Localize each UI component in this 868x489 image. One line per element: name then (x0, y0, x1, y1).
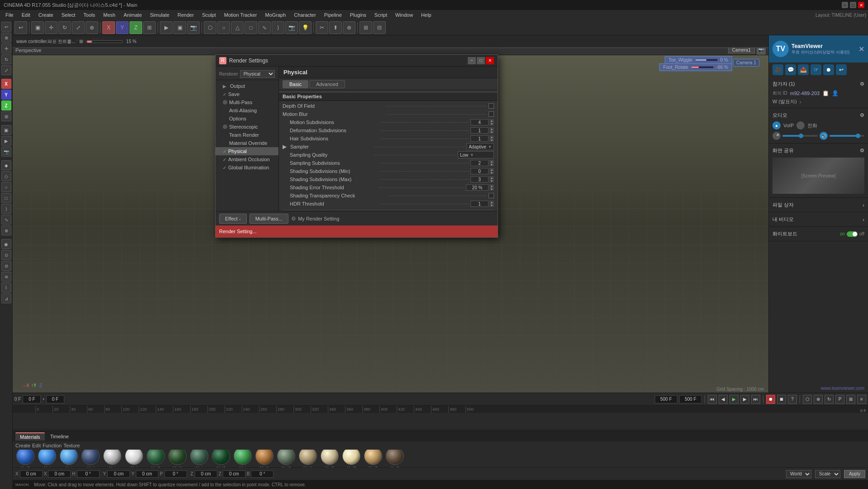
tool-undo[interactable]: ↩ (1, 22, 11, 32)
nav-physical[interactable]: ✓ Physical (216, 147, 278, 155)
dof-checkbox[interactable] (489, 103, 494, 109)
mat-item-13[interactable]: Mat4 (299, 450, 317, 467)
ms-number[interactable]: 4 (470, 119, 489, 125)
maximize-button[interactable]: □ (850, 2, 856, 8)
pb-start[interactable]: ⏮ (708, 395, 717, 404)
tv-audio-settings[interactable]: ⚙ (860, 112, 864, 118)
pb-grid[interactable]: ⊞ (846, 395, 855, 404)
tb-group[interactable]: ⊞ (360, 21, 372, 34)
coord-x-val[interactable]: 0 cm (20, 470, 43, 478)
tool-obj4[interactable]: □ (1, 193, 11, 203)
mat-item-9[interactable]: Mat3 (212, 450, 230, 467)
tool-scale[interactable]: ⤢ (1, 65, 11, 75)
mat-item-11[interactable]: Mat1 (255, 450, 273, 467)
menu-character[interactable]: Character (290, 11, 319, 19)
mat-item-17[interactable]: Mat9 (386, 450, 404, 467)
tool-obj2[interactable]: ◇ (1, 171, 11, 181)
tv-record-icon[interactable]: ⏺ (823, 64, 834, 75)
pb-key[interactable]: ⬡ (803, 395, 812, 404)
ds-number[interactable]: 1 (470, 127, 489, 134)
mat-item-16[interactable]: Mat8 (364, 450, 382, 467)
ms-up[interactable]: ▲ (489, 119, 494, 122)
menu-select[interactable]: Select (58, 11, 79, 19)
tool-render-view[interactable]: ▶ (1, 136, 11, 146)
mat-item-14[interactable]: Mat5 (321, 450, 339, 467)
coord-z-val[interactable]: 0 cm (195, 470, 217, 478)
coord-x2-val[interactable]: 0 cm (48, 470, 71, 478)
tv-pointer-icon[interactable]: ☞ (810, 64, 821, 75)
multipass-button[interactable]: Multi-Pass... (249, 214, 289, 224)
tv-chat-icon[interactable]: 💬 (785, 64, 796, 75)
tb-camera-add[interactable]: 📷 (285, 21, 298, 34)
pb-nla[interactable]: P (835, 395, 844, 404)
tool-mat3[interactable]: ⊘ (1, 261, 11, 271)
mat-item-4[interactable]: Mat (103, 450, 121, 467)
stc-checkbox[interactable] (489, 193, 494, 198)
tb-y[interactable]: Y (116, 21, 129, 34)
tb-plane[interactable]: □ (245, 21, 257, 34)
coord-y2-val[interactable]: 0 cm (136, 470, 158, 478)
menu-create[interactable]: Create (35, 11, 57, 19)
mat-item-3[interactable]: Mat (82, 450, 100, 467)
menu-edit[interactable]: Edit (18, 11, 34, 19)
pb-play[interactable]: ▶ (729, 395, 739, 404)
hdr-number[interactable]: 1 (470, 201, 489, 207)
nav-ambientocclusion[interactable]: ✓ Ambient Occlusion (216, 155, 278, 163)
mat-item-10[interactable]: Mat (234, 450, 252, 467)
mb-checkbox[interactable] (489, 111, 494, 117)
coord-b-val[interactable]: 0 ° (251, 470, 273, 478)
tv-arrow-icon[interactable]: ↩ (836, 64, 847, 75)
tool-mat1[interactable]: ◉ (1, 239, 11, 249)
coord-y-val[interactable]: 0 cm (107, 470, 130, 478)
menu-simulate[interactable]: Simulate (146, 11, 173, 19)
render-dialog-minimize[interactable]: − (468, 57, 476, 64)
tb-rotate[interactable]: ↻ (58, 21, 71, 34)
tab-materials[interactable]: Materials (15, 432, 45, 441)
nav-options[interactable]: Options (216, 115, 278, 123)
tab-basic[interactable]: Basic (283, 80, 308, 88)
menu-mograph[interactable]: MoGraph (261, 11, 289, 19)
menu-window[interactable]: Window (392, 11, 417, 19)
ss-number[interactable]: 2 (470, 160, 489, 166)
renderer-select[interactable]: Physical (240, 70, 275, 78)
tb-x[interactable]: X (102, 21, 115, 34)
tv-screen-settings[interactable]: ⚙ (860, 148, 864, 153)
tv-video-icon[interactable]: 🎥 (772, 64, 783, 75)
tool-select[interactable]: ⊕ (1, 33, 11, 43)
tb-select-all[interactable]: ▣ (31, 21, 44, 34)
set-up[interactable]: ▲ (489, 184, 494, 187)
mat-edit[interactable]: Edit (32, 443, 41, 448)
tool-sculpt2[interactable]: ⌇ (1, 283, 11, 292)
tb-knife[interactable]: ✂ (316, 21, 328, 34)
tb-ungroup[interactable]: ⊟ (373, 21, 386, 34)
nav-materialoverride[interactable]: Material Override (216, 139, 278, 147)
tv-close-button[interactable]: ✕ (858, 45, 864, 53)
pb-prev[interactable]: ◀ (719, 395, 728, 404)
tv-mic-slider[interactable] (782, 135, 818, 137)
tool-obj7[interactable]: ⊗ (1, 225, 11, 235)
ss-up[interactable]: ▲ (489, 160, 494, 163)
menu-file[interactable]: File (2, 11, 17, 19)
pb-end[interactable]: ⏭ (751, 395, 760, 404)
tool-all-axes[interactable]: ⊞ (1, 111, 11, 121)
tool-z[interactable]: Z (1, 101, 11, 110)
mat-function[interactable]: Function (43, 443, 62, 448)
tb-move[interactable]: ✛ (45, 21, 58, 34)
tv-website[interactable]: www.teamviewer.com (769, 384, 868, 393)
tool-obj6[interactable]: ∿ (1, 215, 11, 225)
mat-item-6[interactable]: Mat6 (147, 450, 165, 467)
tb-world[interactable]: ⊞ (143, 21, 156, 34)
tool-sculpt3[interactable]: ⊿ (1, 293, 11, 303)
ms-down[interactable]: ▼ (489, 122, 494, 125)
menu-sculpt[interactable]: Sculpt (198, 11, 220, 19)
tool-render-pic[interactable]: 📷 (1, 147, 11, 157)
pb-next[interactable]: ▶ (740, 395, 749, 404)
frame-current[interactable]: 0 F (46, 395, 64, 403)
hs-number[interactable]: 1 (470, 135, 489, 142)
pb-motion[interactable]: ≡ (857, 395, 866, 404)
tab-advanced[interactable]: Advanced (309, 80, 345, 88)
tv-person-icon[interactable]: 👤 (832, 90, 839, 96)
tb-light[interactable]: 💡 (299, 21, 312, 34)
tool-sculpt1[interactable]: ≋ (1, 272, 11, 282)
menu-plugins[interactable]: Plugins (346, 11, 370, 19)
